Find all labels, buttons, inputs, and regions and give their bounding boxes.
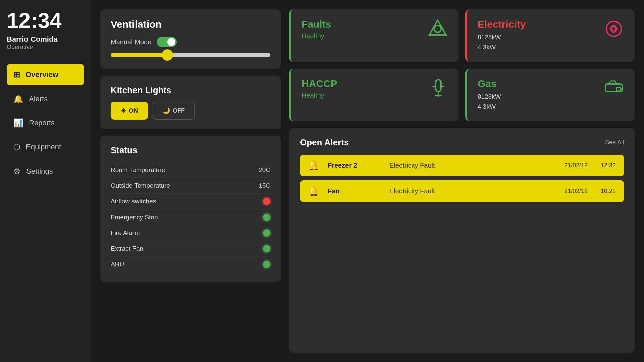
gas-values: 8128kW 4.3kW [478, 92, 501, 112]
ventilation-title: Ventilation [111, 19, 270, 30]
haccp-card[interactable]: HACCP Healthy [289, 69, 459, 121]
settings-icon: ⚙ [13, 167, 21, 176]
alert-date-2: 21/02/12 [564, 188, 588, 195]
electricity-val1: 8128kW [478, 32, 526, 42]
extract-fan-label: Extract Fan [111, 245, 143, 252]
alert-type-2: Electricity Fault [389, 187, 556, 195]
svg-rect-10 [616, 87, 621, 91]
navigation: ⊞ Overview 🔔 Alerts 📊 Reports ⬡ Equipmen… [7, 64, 84, 182]
fire-alarm-dot [263, 229, 270, 237]
manual-mode-label: Manual Mode [111, 38, 151, 46]
overview-icon: ⊞ [13, 70, 20, 79]
svg-rect-4 [436, 80, 441, 92]
ventilation-card: Ventilation Manual Mode [100, 9, 281, 69]
gas-icon [604, 78, 624, 100]
ahu-dot [263, 261, 270, 268]
emergency-stop-dot [263, 214, 270, 221]
faults-icon [428, 19, 448, 43]
moon-icon: 🌙 [163, 107, 170, 114]
sidebar-item-settings[interactable]: ⚙ Settings [7, 161, 84, 182]
status-title: Status [111, 145, 270, 156]
sidebar-item-reports[interactable]: 📊 Reports [7, 112, 84, 134]
settings-label: Settings [26, 167, 53, 176]
outside-temp-label: Outside Temperature [111, 182, 170, 189]
alerts-header: Open Alerts See All [300, 137, 624, 148]
open-alerts-title: Open Alerts [300, 137, 349, 148]
sidebar-item-alerts[interactable]: 🔔 Alerts [7, 88, 84, 110]
outside-temp-value: 15C [259, 182, 270, 189]
alert-date-1: 21/02/12 [564, 162, 588, 169]
reports-icon: 📊 [13, 118, 23, 128]
operative-label: Operative [7, 44, 84, 51]
light-buttons: ☀ ON 🌙 OFF [111, 102, 270, 120]
main-content: Ventilation Manual Mode Kitchen Lights ☀… [91, 0, 644, 362]
left-column: Ventilation Manual Mode Kitchen Lights ☀… [100, 9, 281, 353]
gas-label: Gas [478, 78, 501, 89]
top-metric-cards: Faults Healthy Electricity 8128kW 4.3kW [289, 9, 635, 62]
room-temp-label: Room Temperature [111, 166, 165, 174]
haccp-sub: Healthy [302, 92, 337, 99]
airflow-label: Airflow switches [111, 198, 156, 205]
sidebar-item-equipment[interactable]: ⬡ Equipment [7, 136, 84, 158]
ahu-label: AHU [111, 261, 124, 268]
overview-label: Overview [25, 70, 58, 79]
electricity-icon [604, 19, 624, 43]
svg-point-1 [434, 25, 441, 32]
faults-sub: Healthy [302, 32, 331, 40]
sidebar: 12:34 Barrio Comida Operative ⊞ Overview… [0, 0, 91, 362]
lights-on-button[interactable]: ☀ ON [111, 102, 148, 120]
gas-val1: 8128kW [478, 92, 501, 102]
sidebar-item-overview[interactable]: ⊞ Overview [7, 64, 84, 85]
manual-mode-toggle[interactable] [157, 37, 177, 47]
status-room-temp: Room Temperature 20C [111, 162, 270, 178]
alert-time-2: 10:21 [596, 188, 616, 195]
status-card: Status Room Temperature 20C Outside Temp… [100, 136, 281, 282]
see-all-button[interactable]: See All [605, 139, 624, 146]
room-temp-value: 20C [259, 166, 270, 174]
slider-thumb[interactable] [162, 49, 173, 61]
faults-card[interactable]: Faults Healthy [289, 9, 459, 62]
svg-point-3 [612, 27, 616, 31]
status-fire-alarm: Fire Alarm [111, 225, 270, 241]
ventilation-slider-container [111, 53, 270, 57]
alert-type-1: Electricity Fault [389, 162, 556, 169]
lights-off-button[interactable]: 🌙 OFF [153, 102, 195, 120]
kitchen-lights-card: Kitchen Lights ☀ ON 🌙 OFF [100, 76, 281, 129]
second-metric-cards: HACCP Healthy Gas [289, 69, 635, 121]
gas-card[interactable]: Gas 8128kW 4.3kW [465, 69, 635, 121]
open-alerts-card: Open Alerts See All 🔔 Freezer 2 Electric… [289, 128, 635, 353]
emergency-stop-label: Emergency Stop [111, 214, 158, 221]
electricity-card[interactable]: Electricity 8128kW 4.3kW [465, 9, 635, 62]
alert-bell-icon-2: 🔔 [308, 186, 320, 197]
equipment-label: Equipment [26, 143, 61, 152]
sun-icon: ☀ [121, 107, 126, 114]
manual-mode-row: Manual Mode [111, 37, 270, 47]
alert-time-1: 12:32 [596, 162, 616, 169]
location: Barrio Comida [7, 35, 84, 44]
status-outside-temp: Outside Temperature 15C [111, 178, 270, 194]
faults-label: Faults [302, 19, 331, 30]
electricity-label: Electricity [478, 19, 526, 30]
svg-point-2 [606, 21, 621, 36]
electricity-info: Electricity 8128kW 4.3kW [478, 19, 526, 53]
status-airflow: Airflow switches [111, 194, 270, 209]
reports-label: Reports [29, 119, 55, 127]
alert-device-2: Fan [328, 187, 381, 195]
alert-row-freezer2[interactable]: 🔔 Freezer 2 Electricity Fault 21/02/12 1… [300, 155, 624, 176]
alert-device-1: Freezer 2 [328, 162, 381, 169]
gas-info: Gas 8128kW 4.3kW [478, 78, 501, 112]
clock: 12:34 [7, 10, 84, 32]
faults-info: Faults Healthy [302, 19, 331, 40]
haccp-label: HACCP [302, 78, 337, 89]
alert-row-fan[interactable]: 🔔 Fan Electricity Fault 21/02/12 10:21 [300, 180, 624, 202]
fire-alarm-label: Fire Alarm [111, 229, 140, 237]
equipment-icon: ⬡ [13, 142, 20, 152]
ventilation-slider[interactable] [111, 53, 270, 57]
electricity-val2: 4.3kW [478, 42, 526, 52]
alerts-label: Alerts [29, 95, 48, 103]
status-extract-fan: Extract Fan [111, 241, 270, 257]
airflow-status-dot [263, 198, 270, 205]
right-column: Faults Healthy Electricity 8128kW 4.3kW [289, 9, 635, 353]
haccp-icon [429, 78, 448, 102]
haccp-info: HACCP Healthy [302, 78, 337, 99]
